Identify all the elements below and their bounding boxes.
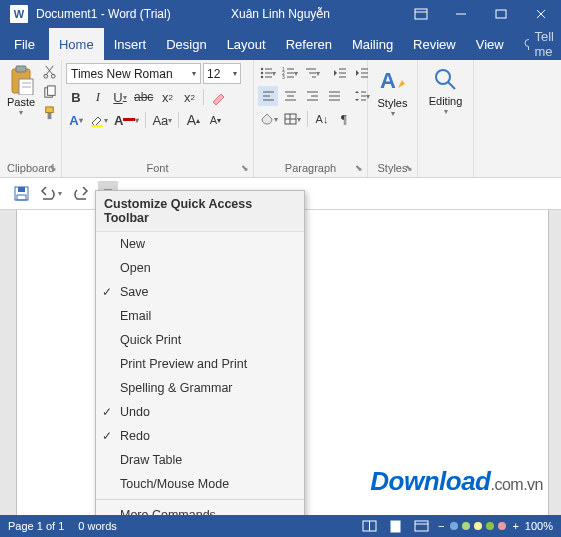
- menu-item-undo[interactable]: Undo: [96, 400, 304, 424]
- font-size-select[interactable]: 12▾: [203, 63, 241, 84]
- styles-button[interactable]: A Styles ▾: [372, 63, 413, 118]
- shrink-font-button[interactable]: A▾: [205, 110, 225, 130]
- menu-item-new[interactable]: New: [96, 232, 304, 256]
- zoom-in-icon[interactable]: +: [512, 520, 518, 532]
- menu-item-redo[interactable]: Redo: [96, 424, 304, 448]
- menu-item-spelling-grammar[interactable]: Spelling & Grammar: [96, 376, 304, 400]
- tab-home[interactable]: Home: [49, 28, 104, 60]
- highlight-button[interactable]: ▾: [88, 110, 110, 130]
- menu-item-save[interactable]: Save: [96, 280, 304, 304]
- group-font: Times New Roman▾ 12▾ B I U▾ abc x2 x2 A▾…: [62, 60, 254, 177]
- decrease-indent-button[interactable]: [330, 63, 350, 83]
- svg-point-25: [261, 76, 263, 78]
- svg-rect-0: [415, 9, 427, 19]
- document-title: Document1 - Word (Trial): [36, 7, 171, 21]
- show-marks-button[interactable]: ¶: [334, 109, 354, 129]
- bullets-button[interactable]: ▾: [258, 63, 278, 83]
- shading-button[interactable]: ▾: [258, 109, 280, 129]
- menu-item-touch-mouse-mode[interactable]: Touch/Mouse Mode: [96, 472, 304, 496]
- menu-item-email[interactable]: Email: [96, 304, 304, 328]
- maximize-icon[interactable]: [481, 0, 521, 28]
- styles-launcher-icon[interactable]: ⬊: [403, 162, 415, 174]
- read-mode-icon[interactable]: [360, 518, 380, 534]
- font-launcher-icon[interactable]: ⬊: [239, 162, 251, 174]
- chevron-down-icon: ▾: [233, 69, 237, 78]
- tab-references[interactable]: Referen: [276, 28, 342, 60]
- paste-dropdown-icon[interactable]: ▾: [19, 108, 23, 117]
- align-center-button[interactable]: [280, 86, 300, 106]
- paste-button[interactable]: Paste ▾: [4, 65, 38, 117]
- word-icon: W: [10, 5, 28, 23]
- svg-point-61: [436, 70, 450, 84]
- qat-undo-button[interactable]: ▾: [38, 181, 64, 207]
- copy-icon[interactable]: [42, 85, 57, 100]
- chevron-down-icon: ▾: [192, 69, 196, 78]
- numbering-button[interactable]: 123▾: [280, 63, 300, 83]
- text-effects-button[interactable]: A▾: [66, 110, 86, 130]
- align-right-button[interactable]: [302, 86, 322, 106]
- clear-format-button[interactable]: [208, 87, 228, 107]
- italic-button[interactable]: I: [88, 87, 108, 107]
- font-name-select[interactable]: Times New Roman▾: [66, 63, 201, 84]
- zoom-value[interactable]: 100%: [525, 520, 553, 532]
- strikethrough-button[interactable]: abc: [132, 87, 155, 107]
- borders-button[interactable]: ▾: [282, 109, 303, 129]
- paragraph-label: Paragraph: [258, 160, 363, 177]
- subscript-button[interactable]: x2: [157, 87, 177, 107]
- svg-rect-20: [91, 125, 103, 127]
- status-words[interactable]: 0 words: [78, 520, 117, 532]
- tab-file[interactable]: File: [0, 28, 49, 60]
- qat-redo-button[interactable]: [68, 181, 94, 207]
- bold-button[interactable]: B: [66, 87, 86, 107]
- qat-save-button[interactable]: [8, 181, 34, 207]
- ribbon-options-icon[interactable]: [401, 0, 441, 28]
- svg-rect-65: [17, 195, 26, 200]
- svg-point-6: [525, 39, 530, 46]
- editing-label: Editing: [429, 95, 463, 107]
- web-layout-icon[interactable]: [412, 518, 432, 534]
- justify-button[interactable]: [324, 86, 344, 106]
- grow-font-button[interactable]: A▴: [183, 110, 203, 130]
- ribbon-tabs: File Home Insert Design Layout Referen M…: [0, 28, 561, 60]
- tab-insert[interactable]: Insert: [104, 28, 157, 60]
- cut-icon[interactable]: [42, 64, 57, 79]
- font-color-button[interactable]: A▾: [112, 110, 141, 130]
- svg-rect-18: [46, 107, 54, 113]
- menu-item-draw-table[interactable]: Draw Table: [96, 448, 304, 472]
- tell-me[interactable]: Tell me: [514, 28, 561, 60]
- menu-item-print-preview-and-print[interactable]: Print Preview and Print: [96, 352, 304, 376]
- svg-rect-70: [415, 521, 428, 531]
- user-name: Xuân Linh Nguyễn: [231, 7, 330, 21]
- find-icon: [432, 66, 460, 94]
- sort-button[interactable]: A↓: [312, 109, 332, 129]
- underline-button[interactable]: U▾: [110, 87, 130, 107]
- minimize-icon[interactable]: [441, 0, 481, 28]
- statusbar: Page 1 of 1 0 words − + 100%: [0, 515, 561, 537]
- tab-mailings[interactable]: Mailing: [342, 28, 403, 60]
- editing-button[interactable]: Editing ▾: [422, 63, 469, 116]
- print-layout-icon[interactable]: [386, 518, 406, 534]
- align-left-button[interactable]: [258, 86, 278, 106]
- group-styles: A Styles ▾ Styles ⬊: [368, 60, 418, 177]
- svg-text:3: 3: [282, 74, 285, 79]
- tab-layout[interactable]: Layout: [217, 28, 276, 60]
- tab-design[interactable]: Design: [156, 28, 216, 60]
- paste-icon: [7, 65, 35, 95]
- multilevel-button[interactable]: ▾: [302, 63, 322, 83]
- paragraph-launcher-icon[interactable]: ⬊: [353, 162, 365, 174]
- tab-view[interactable]: View: [466, 28, 514, 60]
- svg-text:A: A: [380, 68, 396, 93]
- svg-line-62: [448, 82, 455, 89]
- clipboard-launcher-icon[interactable]: ⬊: [47, 162, 59, 174]
- status-page[interactable]: Page 1 of 1: [8, 520, 64, 532]
- superscript-button[interactable]: x2: [179, 87, 199, 107]
- menu-item-quick-print[interactable]: Quick Print: [96, 328, 304, 352]
- menu-item-open[interactable]: Open: [96, 256, 304, 280]
- tab-review[interactable]: Review: [403, 28, 466, 60]
- change-case-button[interactable]: Aa▾: [150, 110, 174, 130]
- svg-rect-3: [496, 10, 506, 18]
- zoom-out-icon[interactable]: −: [438, 520, 444, 532]
- close-icon[interactable]: [521, 0, 561, 28]
- format-painter-icon[interactable]: [42, 106, 57, 121]
- svg-point-21: [261, 68, 263, 70]
